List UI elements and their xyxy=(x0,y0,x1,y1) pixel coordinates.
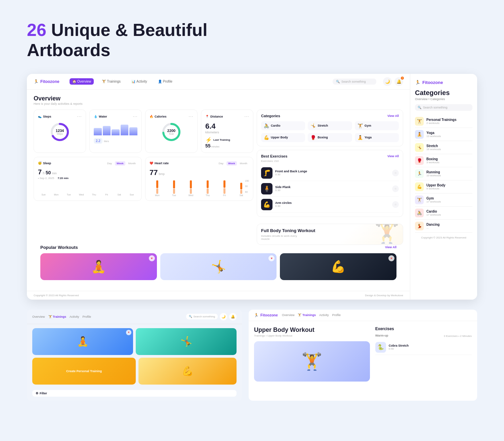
cat-stretch[interactable]: 🤸Stretch xyxy=(308,121,352,130)
sleep-tab-week[interactable]: Week xyxy=(115,161,125,166)
water-bar xyxy=(94,128,102,135)
filter-button[interactable]: ⚙ Filter xyxy=(32,390,237,397)
popular-view-all[interactable]: View All xyxy=(385,246,396,249)
ub-exercises-title: Exercises xyxy=(375,326,472,331)
cat-gym[interactable]: 🏋️Gym xyxy=(355,121,399,130)
sidebar-item-cardio[interactable]: 🚴 Cardio 17 workouts xyxy=(415,207,472,220)
nav-profile[interactable]: 👤 Profile xyxy=(155,78,175,85)
sidebar-item-boxing[interactable]: 🥊 Boxing 3 workouts xyxy=(415,154,472,167)
stretch-icon: 🤸 xyxy=(310,123,316,128)
training-card-stretch[interactable]: 🤸 xyxy=(136,328,237,355)
exercise-item: 🦵 Front and Back Lunge 0:30 ○ xyxy=(261,165,399,181)
workout-card-3[interactable]: 💪 ♥ xyxy=(280,253,396,280)
notification-bell[interactable]: 🔔3 xyxy=(394,77,403,86)
cat-yoga[interactable]: 🧘Yoga xyxy=(355,133,399,142)
cat-cardio[interactable]: 🚴Cardio xyxy=(261,121,305,130)
nav-search[interactable]: 🔍 Search something xyxy=(333,79,376,85)
steps-header: 👟 Steps ⋯ xyxy=(38,114,82,119)
training-card-img: 🧘 xyxy=(32,328,133,355)
steps-more[interactable]: ⋯ xyxy=(77,114,82,119)
training-card-yoga[interactable]: 🧘 ♥ xyxy=(32,328,133,355)
create-personal-card[interactable]: Create Personal Training xyxy=(32,358,136,385)
tn-trainings[interactable]: 🏋️ Trainings xyxy=(48,315,67,318)
training-card-workout[interactable]: 💪 xyxy=(138,358,237,385)
nav-overview[interactable]: 🏠 Overview xyxy=(70,78,94,85)
tn-profile[interactable]: Profile xyxy=(83,315,91,318)
sidebar-search[interactable]: 🔍 Search something xyxy=(415,104,472,111)
hr-tab-month[interactable]: Month xyxy=(238,161,249,166)
exercise-name: Side Plank xyxy=(275,185,389,189)
sidebar-item-yoga[interactable]: 🧘 Yoga 13 workouts xyxy=(415,128,472,141)
hr-tab-week[interactable]: Week xyxy=(226,161,237,166)
sidebar-search-placeholder: Search something xyxy=(423,106,448,109)
last-training-label: Last Training xyxy=(213,138,230,141)
sidebar-item-stretch[interactable]: 🤸 Stretch 16 workouts xyxy=(415,141,472,154)
hr-bar-seg xyxy=(156,180,158,188)
ub-overview[interactable]: Overview xyxy=(282,313,295,317)
sidebar-item-upper-body[interactable]: 💪 Upper Body 9 workouts xyxy=(415,180,472,193)
dark-mode-toggle[interactable]: 🌙 xyxy=(383,77,392,86)
tn-activity[interactable]: Activity xyxy=(70,315,79,318)
steps-icon: 👟 xyxy=(38,115,42,118)
footer-copyright: Copyright © 2023 All Rights Reserved xyxy=(34,294,79,297)
last-training-icon: ⚡ xyxy=(205,137,212,143)
sidebar-item-gym[interactable]: 🏋️ Gym 17 workouts xyxy=(415,193,472,207)
footer-brand: Design & Develop by Merkulove xyxy=(365,294,403,297)
training-bell[interactable]: 🔔 xyxy=(229,313,237,320)
featured-workout-card: Full Body Toning Workout Includes circui… xyxy=(257,224,403,245)
ub-ex-duration: 0:40 xyxy=(389,347,409,350)
gym-text: Gym 17 workouts xyxy=(426,196,441,203)
calories-more[interactable]: ⋯ xyxy=(188,114,193,119)
cat-upper-body[interactable]: 💪Upper Body xyxy=(261,133,305,142)
water-more[interactable]: ⋯ xyxy=(133,114,137,119)
workout-card-1[interactable]: 🧘 ♥ xyxy=(40,253,157,280)
sidebar-item-dancing[interactable]: 💃 Dancing ... xyxy=(415,220,472,233)
training-dark-mode[interactable]: 🌙 xyxy=(220,313,227,320)
cat-boxing[interactable]: 🥊Boxing xyxy=(308,133,352,142)
distance-card: 📍 Distance ⋯ 6.4 kilometers ⚡ Last Train… xyxy=(201,109,253,153)
training-search[interactable]: 🔍 Search something xyxy=(186,314,218,319)
yoga-icon: 🧘 xyxy=(415,130,424,139)
sidebar-breadcrumb: Overview • Categories xyxy=(415,97,472,101)
nav-activity[interactable]: 📊 Activity xyxy=(129,78,150,85)
workout-heart-2[interactable]: ♥ xyxy=(268,255,275,261)
ub-profile[interactable]: Profile xyxy=(332,313,341,317)
ub-trainings[interactable]: 🏋️ Trainings xyxy=(298,313,316,317)
upper-body-count: 9 workouts xyxy=(426,187,446,190)
ub-nav: 🏃 Fitoozone Overview 🏋️ Trainings Activi… xyxy=(249,310,477,321)
distance-more[interactable]: ⋯ xyxy=(244,114,249,119)
sleep-header: 😴 Sleep Day Week Month xyxy=(38,161,137,166)
ub-logo-icon: 🏃 xyxy=(254,313,259,317)
sleep-bar-wrap: Fri xyxy=(101,193,113,196)
water-title: 💧 Water xyxy=(94,115,107,118)
categories-view-all[interactable]: View All xyxy=(387,114,399,118)
training-card-heart[interactable]: ♥ xyxy=(126,330,131,335)
nav-trainings[interactable]: 🏋️ Trainings xyxy=(99,78,123,85)
exercise-name: Arm circles xyxy=(275,201,389,205)
hero-subtitle: Artboards xyxy=(27,40,110,60)
be-subtitle: Exercises: 210 xyxy=(261,160,399,163)
ub-right: Exercises Warm-up 3 Exercises • 2 Minute… xyxy=(375,326,472,382)
sleep-tab-day[interactable]: Day xyxy=(106,161,114,166)
hr-tab-day[interactable]: Day xyxy=(217,161,225,166)
sidebar-item-personal-trainings[interactable]: 🏋️ Personal Trainings 2 workouts xyxy=(415,115,472,128)
water-icon: 💧 xyxy=(94,115,97,118)
training-nav-links: Overview 🏋️ Trainings Activity Profile xyxy=(32,315,91,318)
tn-overview[interactable]: Overview xyxy=(32,315,45,318)
workout-card-2[interactable]: 🤸 ♥ xyxy=(160,253,277,280)
be-view-all[interactable]: View All xyxy=(387,155,399,158)
calories-icon: 🔥 xyxy=(150,115,153,118)
workout-heart-1[interactable]: ♥ xyxy=(149,255,155,261)
cardio-text: Cardio 17 workouts xyxy=(426,210,441,216)
stretch-icon: 🤸 xyxy=(415,143,424,152)
exercise-favorite[interactable]: ○ xyxy=(392,201,399,208)
overview-subtitle: Here is your daily activities & reports xyxy=(34,102,403,105)
sleep-tab-month[interactable]: Month xyxy=(127,161,137,166)
exercise-favorite[interactable]: ○ xyxy=(392,185,399,192)
ub-nav-links: Overview 🏋️ Trainings Activity Profile xyxy=(282,313,472,317)
sidebar-item-running[interactable]: 🏃 Running 10 workouts xyxy=(415,167,472,180)
workout-heart-3[interactable]: ♥ xyxy=(388,255,394,261)
exercise-favorite[interactable]: ○ xyxy=(392,170,399,176)
ub-activity[interactable]: Activity xyxy=(319,313,329,317)
sleep-next: 7:20 min xyxy=(57,177,68,180)
